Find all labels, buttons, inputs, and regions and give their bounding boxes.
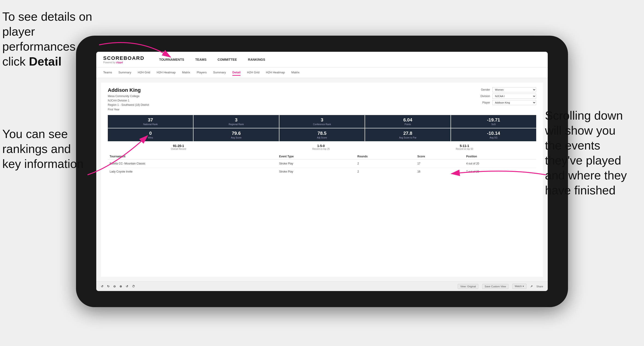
stat-regional-rank: 3 Regional Rank <box>194 115 279 128</box>
watch-button[interactable]: Watch ▾ <box>512 284 526 289</box>
stat-points: 6.04 Points <box>365 115 450 128</box>
tab-matrix[interactable]: Matrix <box>182 70 190 76</box>
table-row: Lady Coyote Invite Stroke Play 2 16 7 ou… <box>108 168 536 175</box>
cell-score-2: 16 <box>416 168 464 175</box>
player-college: Mesa Community College <box>108 95 139 98</box>
player-info: Addison King Mesa Community College NJCA… <box>108 87 149 112</box>
col-tournament: Tournament <box>108 154 277 160</box>
tab-matrix2[interactable]: Matrix <box>291 70 300 76</box>
zoom-in-icon[interactable]: ⊕ <box>120 285 122 288</box>
player-year: First Year <box>108 108 120 111</box>
cell-rounds-1: 2 <box>356 160 415 168</box>
stat-adj-score: 78.5 Adj Score <box>280 128 364 141</box>
redo-icon[interactable]: ↻ <box>107 285 110 288</box>
detail-panel: Addison King Mesa Community College NJCA… <box>101 83 543 277</box>
stat-national-rank: 37 National Rank <box>108 115 193 128</box>
logo-area: SCOREBOARD Powered by clippd <box>103 55 144 64</box>
player-control: Player Addison King <box>476 100 536 105</box>
gender-control: Gender Women <box>476 87 536 92</box>
logo-clippd: clippd <box>116 61 123 64</box>
division-select[interactable]: NJCAA I <box>492 94 536 99</box>
player-controls: Gender Women Division NJCAA I <box>476 87 536 105</box>
stat-sos: -19.71 SoS <box>451 115 536 128</box>
cell-position-1: 4 out of 20 <box>464 160 536 168</box>
col-rounds: Rounds <box>356 154 415 160</box>
tablet-device: SCOREBOARD Powered by clippd TOURNAMENTS… <box>76 36 568 307</box>
reset-icon[interactable]: ↺ <box>126 285 128 288</box>
tab-h2h-grid2[interactable]: H2H Grid <box>247 70 259 76</box>
gender-label: Gender <box>476 88 490 91</box>
division-label: Division <box>476 95 490 98</box>
tab-detail[interactable]: Detail <box>232 70 240 76</box>
subnav: Teams Summary H2H Grid H2H Heatmap Matri… <box>96 67 548 78</box>
toolbar: ↺ ↻ ⊖ ⊕ ↺ ⏱ View: Original Save Custom V… <box>96 281 548 291</box>
undo-icon[interactable]: ↺ <box>101 285 104 288</box>
tab-h2h-heatmap[interactable]: H2H Heatmap <box>156 70 176 76</box>
tab-teams[interactable]: Teams <box>103 70 112 76</box>
save-custom-button[interactable]: Save Custom View <box>482 284 508 289</box>
tab-summary2[interactable]: Summary <box>213 70 226 76</box>
cell-event-type-2: Stroke Play <box>277 168 356 175</box>
tab-h2h-heatmap2[interactable]: H2H Heatmap <box>266 70 285 76</box>
player-select[interactable]: Addison King <box>492 100 536 105</box>
stat-avg-score-par: 27.8 Avg Score to Par <box>365 128 450 141</box>
cell-event-type-1: Stroke Play <box>277 160 356 168</box>
annotation-right: Scrolling down will show you the events … <box>545 108 642 198</box>
cell-position-2: 7 out of 20 <box>464 168 536 175</box>
gender-select[interactable]: Women <box>492 87 536 92</box>
player-name: Addison King <box>108 87 149 93</box>
tab-summary[interactable]: Summary <box>118 70 131 76</box>
cell-score-1: 17 <box>416 160 464 168</box>
division-control: Division NJCAA I <box>476 94 536 99</box>
tab-players[interactable]: Players <box>197 70 206 76</box>
records-row: 91-20-1 Overall Record 1-5-0 Record vs t… <box>108 144 536 150</box>
player-division: NJCAA Division 1 <box>108 99 130 102</box>
col-position: Position <box>464 154 536 160</box>
logo-powered: Powered by clippd <box>103 61 144 64</box>
col-score: Score <box>416 154 464 160</box>
cell-tournament-1: Estella CC- Mountain Classic <box>108 160 277 168</box>
stats-row1: 37 National Rank 3 Regional Rank 3 Confe… <box>108 115 536 128</box>
player-header: Addison King Mesa Community College NJCA… <box>108 87 536 112</box>
main-content: Addison King Mesa Community College NJCA… <box>96 78 548 281</box>
zoom-icon[interactable]: ⊖ <box>113 285 116 288</box>
table-row: Estella CC- Mountain Classic Stroke Play… <box>108 160 536 168</box>
player-region: Region 1 - Southwest (18) District <box>108 103 149 107</box>
player-label: Player <box>476 101 490 104</box>
view-original-button[interactable]: View: Original <box>458 284 478 289</box>
record-top25: 1-5-0 Record vs top 25 <box>312 144 330 150</box>
tablet-screen: SCOREBOARD Powered by clippd TOURNAMENTS… <box>96 52 548 291</box>
stat-wins: 0 Wins <box>108 128 193 141</box>
stats-row2: 0 Wins 79.6 Avg Score 78.5 Adj Score 27.… <box>108 128 536 141</box>
share-icon[interactable]: ↗ <box>530 285 533 288</box>
share-label[interactable]: Share <box>536 285 543 288</box>
nav-teams[interactable]: TEAMS <box>194 56 208 63</box>
annotation-bottom-left: You can see rankings and key information <box>2 127 90 172</box>
col-event-type: Event Type <box>277 154 356 160</box>
record-overall: 91-20-1 Overall Record <box>171 144 186 150</box>
nav-rankings[interactable]: RANKINGS <box>247 56 266 63</box>
clock-icon[interactable]: ⏱ <box>132 285 135 288</box>
stat-avg-sg: -10.14 Avg SG <box>451 128 536 141</box>
logo-scoreboard: SCOREBOARD <box>103 55 144 61</box>
stat-conference-rank: 3 Conference Rank <box>280 115 364 128</box>
stat-avg-score: 79.6 Avg Score <box>194 128 279 141</box>
record-top50: 5-11-1 Record vs top 50 <box>456 144 473 150</box>
navbar: SCOREBOARD Powered by clippd TOURNAMENTS… <box>96 52 548 67</box>
cell-rounds-2: 2 <box>356 168 415 175</box>
tab-h2h-grid[interactable]: H2H Grid <box>138 70 150 76</box>
tournament-table: Tournament Event Type Rounds Score Posit… <box>108 154 536 175</box>
cell-tournament-2: Lady Coyote Invite <box>108 168 277 175</box>
nav-committee[interactable]: COMMITTEE <box>217 56 238 63</box>
annotation-top-left: To see details on player performances cl… <box>2 9 99 69</box>
nav-tournaments[interactable]: TOURNAMENTS <box>158 56 185 63</box>
